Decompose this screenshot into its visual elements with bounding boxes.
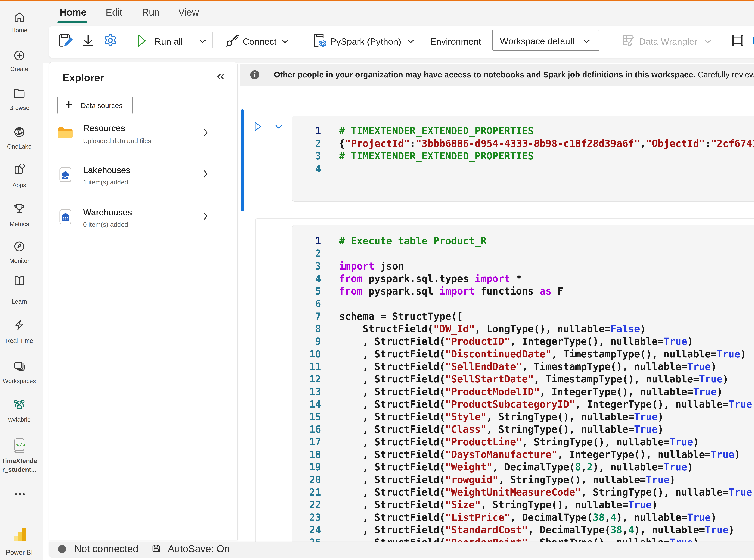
svg-text:</>: </> (16, 442, 25, 448)
